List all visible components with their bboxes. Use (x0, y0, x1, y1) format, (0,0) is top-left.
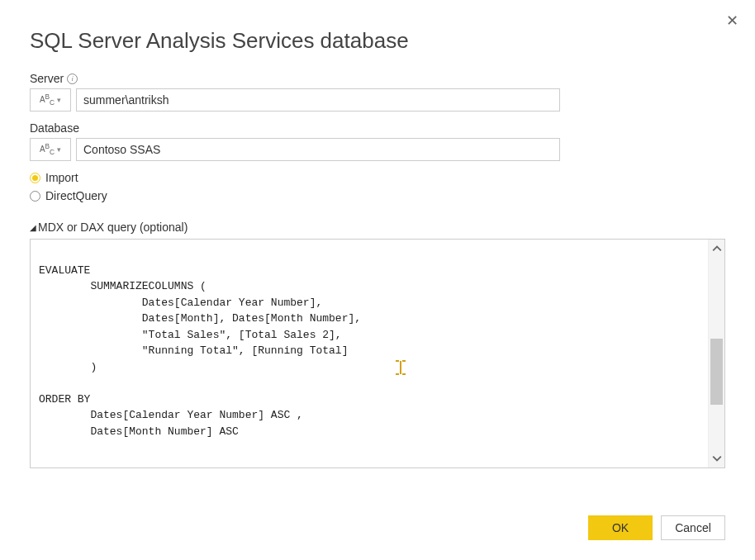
close-button[interactable]: ✕ (726, 12, 738, 30)
abc-icon: ABC (40, 93, 55, 107)
server-label: Server i (30, 72, 725, 85)
radio-icon (30, 173, 40, 183)
query-editor-container (30, 239, 725, 468)
server-label-text: Server (30, 72, 64, 85)
chevron-down-icon (712, 453, 722, 463)
dialog-title: SQL Server Analysis Services database (30, 28, 725, 54)
query-expander[interactable]: ◢ MDX or DAX query (optional) (30, 221, 725, 234)
query-expander-label: MDX or DAX query (optional) (38, 221, 188, 234)
expander-triangle-icon: ◢ (30, 223, 36, 232)
database-label-text: Database (30, 121, 79, 135)
cancel-button[interactable]: Cancel (661, 515, 725, 540)
connectivity-mode-group: Import DirectQuery (30, 171, 725, 202)
query-textarea[interactable] (31, 240, 708, 467)
import-radio-row[interactable]: Import (30, 171, 725, 184)
database-type-dropdown[interactable]: ABC ▾ (30, 138, 71, 161)
import-label: Import (45, 171, 78, 184)
dialog-button-bar: OK Cancel (588, 515, 725, 540)
database-label: Database (30, 121, 725, 135)
info-icon[interactable]: i (67, 74, 78, 84)
chevron-down-icon: ▾ (57, 96, 61, 104)
abc-icon: ABC (40, 143, 55, 156)
scroll-down-button[interactable] (709, 449, 724, 467)
scrollbar-thumb[interactable] (710, 339, 723, 405)
ok-button[interactable]: OK (588, 515, 653, 540)
directquery-radio-row[interactable]: DirectQuery (30, 189, 725, 202)
scroll-up-button[interactable] (709, 240, 724, 258)
scrollbar-track[interactable] (708, 240, 724, 467)
server-type-dropdown[interactable]: ABC ▾ (30, 88, 71, 112)
radio-icon (30, 191, 40, 202)
database-input[interactable] (76, 138, 560, 161)
chevron-up-icon (712, 244, 722, 254)
server-input[interactable] (76, 88, 560, 112)
chevron-down-icon: ▾ (57, 145, 61, 154)
directquery-label: DirectQuery (45, 189, 107, 202)
